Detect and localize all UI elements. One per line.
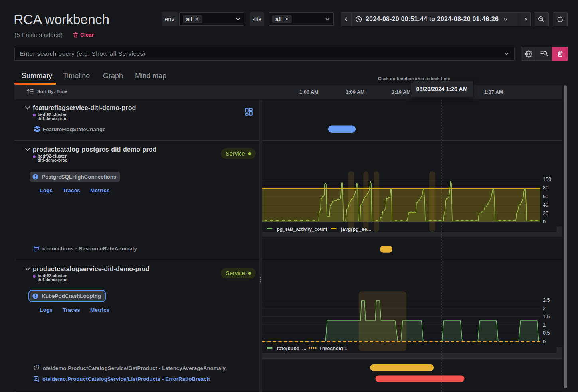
svg-text:0: 0 [543, 339, 546, 345]
svg-text:(avg(pg_se...: (avg(pg_se... [341, 227, 371, 232]
svg-text:0.5: 0.5 [543, 330, 550, 336]
svg-text:100: 100 [543, 177, 551, 182]
svg-text:pg_stat_activity_count: pg_stat_activity_count [277, 227, 327, 232]
svg-text:2: 2 [543, 306, 546, 311]
svg-text:rate(kube_...: rate(kube_... [277, 346, 307, 351]
svg-text:40: 40 [543, 202, 548, 208]
svg-text:0: 0 [543, 219, 546, 225]
svg-text:60: 60 [543, 194, 548, 199]
svg-text:2.5: 2.5 [543, 297, 550, 303]
svg-text:1: 1 [543, 322, 546, 328]
svg-text:1.5: 1.5 [543, 314, 550, 319]
svg-text:20: 20 [543, 211, 548, 216]
svg-text:Threshold 1: Threshold 1 [319, 346, 347, 351]
svg-text:80: 80 [543, 185, 548, 191]
